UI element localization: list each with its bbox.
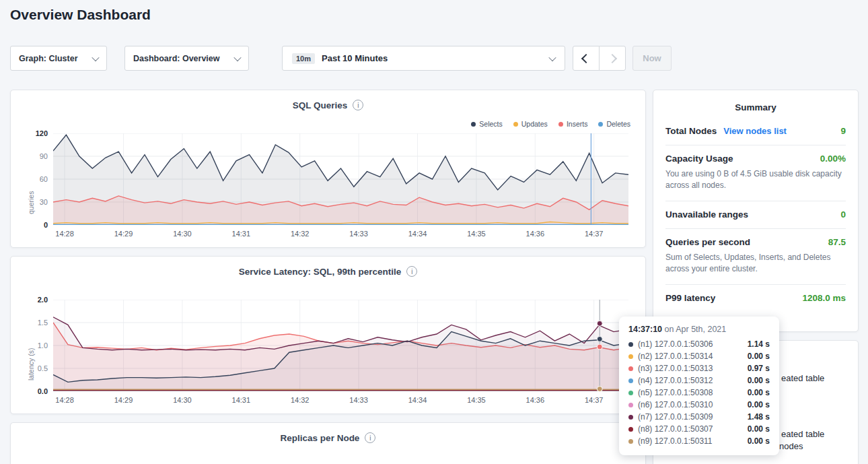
x-tick-label: 14:30 — [173, 396, 192, 404]
stat-label: Unavailable ranges — [665, 209, 748, 220]
time-range-label: Past 10 Minutes — [322, 53, 388, 63]
tooltip-node-value: 0.97 s — [748, 364, 770, 373]
y-tick-label: 90 — [40, 152, 48, 161]
time-prev-button[interactable] — [573, 46, 600, 71]
x-tick-label: 14:32 — [291, 230, 310, 238]
chart-title-row: Service Latency: SQL, 99th percentile — [11, 266, 645, 277]
chevron-down-icon — [233, 53, 241, 61]
stat-p99-latency: P99 latency 1208.0 ms — [665, 284, 846, 312]
stat-label: Total Nodes — [665, 126, 717, 136]
stat-value: 0.00% — [820, 154, 846, 164]
x-tick-label: 14:29 — [114, 396, 133, 404]
y-tick-label: 120 — [36, 129, 48, 138]
x-tick-label: 14:33 — [349, 396, 368, 404]
stat-value: 0 — [840, 209, 846, 220]
time-next-button[interactable] — [599, 46, 626, 71]
now-button[interactable]: Now — [632, 46, 672, 71]
x-tick-label: 14:36 — [526, 230, 545, 238]
legend-dot-icon — [558, 122, 563, 127]
tooltip-row: (n3) 127.0.0.1:503130.97 s — [628, 362, 770, 374]
x-axis-labels: 14:2814:2914:3014:3114:3214:3314:3414:35… — [53, 230, 628, 240]
page-title: Overview Dashboard — [10, 7, 151, 23]
info-icon[interactable] — [365, 432, 375, 443]
tooltip-node-value: 0.00 s — [748, 436, 770, 446]
y-tick-label: 0 — [44, 220, 48, 230]
stat-label: P99 latency — [665, 293, 715, 303]
stat-value: 1208.0 ms — [802, 293, 846, 303]
time-range-selector[interactable]: 10m Past 10 Minutes — [282, 46, 565, 71]
tooltip-date: on Apr 5th, 2021 — [665, 325, 727, 334]
event-item-text: eated table — [781, 373, 824, 383]
time-range-badge: 10m — [292, 53, 315, 64]
legend-label: Inserts — [567, 120, 588, 128]
tooltip-row: (n2) 127.0.0.1:503140.00 s — [628, 350, 770, 362]
x-tick-label: 14:31 — [232, 230, 251, 238]
dashboard-dropdown[interactable]: Dashboard: Overview — [124, 46, 249, 71]
x-tick-label: 14:28 — [55, 230, 74, 238]
info-icon[interactable] — [353, 100, 363, 110]
x-axis-labels: 14:2814:2914:3014:3114:3214:3314:3414:35… — [53, 396, 628, 407]
legend-item[interactable]: Inserts — [558, 120, 588, 128]
service-latency-plot[interactable] — [53, 300, 628, 391]
tooltip-node-label: (n9) 127.0.0.1:50311 — [638, 436, 713, 446]
replicas-per-node-panel: Replicas per Node — [10, 422, 646, 464]
graph-dropdown-label: Graph: Cluster — [19, 54, 78, 63]
tooltip-node-value: 0.00 s — [748, 376, 770, 385]
chart-legend: SelectsUpdatesInsertsDeletes — [471, 120, 630, 128]
view-nodes-list-link[interactable]: View nodes list — [723, 126, 787, 136]
legend-item[interactable]: Updates — [513, 120, 548, 128]
tooltip-node-label: (n4) 127.0.0.1:50312 — [638, 376, 713, 385]
sql-queries-plot[interactable] — [53, 133, 628, 225]
legend-dot-icon — [598, 122, 603, 127]
stat-queries-per-second: Queries per second 87.5 Sum of Selects, … — [665, 228, 846, 284]
event-item-text: nodes — [779, 441, 803, 451]
series-dot-icon — [628, 427, 633, 432]
stat-capacity-usage: Capacity Usage 0.00% You are using 0 B o… — [665, 145, 846, 201]
x-tick-label: 14:33 — [349, 230, 368, 238]
chevron-left-icon — [581, 53, 591, 63]
tooltip-node-value: 1.14 s — [748, 339, 770, 349]
legend-item[interactable]: Deletes — [598, 120, 630, 128]
summary-title: Summary — [665, 102, 846, 112]
y-tick-label: 1.5 — [38, 318, 48, 327]
tooltip-row: (n4) 127.0.0.1:503120.00 s — [628, 374, 770, 387]
tooltip-node-label: (n1) 127.0.0.1:50306 — [638, 339, 713, 349]
x-tick-label: 14:37 — [585, 230, 604, 238]
tooltip-node-value: 0.00 s — [748, 388, 770, 397]
y-tick-label: 0.5 — [38, 364, 48, 373]
sql-queries-panel: SQL Queries SelectsUpdatesInsertsDeletes… — [10, 90, 646, 248]
stat-label: Queries per second — [665, 237, 750, 247]
legend-dot-icon — [471, 122, 476, 127]
x-tick-label: 14:30 — [173, 230, 192, 238]
tooltip-node-label: (n8) 127.0.0.1:50307 — [638, 424, 713, 434]
service-latency-panel: Service Latency: SQL, 99th percentile la… — [10, 256, 646, 414]
x-tick-label: 14:37 — [585, 396, 604, 404]
y-tick-label: 2.0 — [38, 295, 48, 304]
tooltip-row: (n8) 127.0.0.1:503070.00 s — [628, 423, 770, 435]
x-tick-label: 14:34 — [408, 396, 427, 404]
legend-item[interactable]: Selects — [471, 120, 502, 128]
stat-value: 87.5 — [828, 237, 846, 247]
stat-description: You are using 0 B of 4.5 GiB usable disk… — [665, 168, 846, 192]
plot-area: latency (s) 0.00.51.01.52.0 14:2814:2914… — [11, 300, 645, 410]
chart-title: SQL Queries — [293, 100, 348, 110]
legend-label: Selects — [479, 120, 502, 128]
info-icon[interactable] — [406, 266, 417, 277]
overview-dashboard-page: Overview Dashboard Graph: Cluster Dashbo… — [0, 0, 868, 464]
stat-total-nodes: Total Nodes View nodes list 9 — [665, 118, 846, 145]
x-tick-label: 14:36 — [526, 396, 545, 404]
x-tick-label: 14:28 — [55, 396, 74, 404]
tooltip-row: (n1) 127.0.0.1:503061.14 s — [628, 338, 770, 350]
tooltip-node-label: (n5) 127.0.0.1:50308 — [638, 388, 713, 397]
tooltip-row: (n9) 127.0.0.1:503110.00 s — [628, 435, 770, 447]
x-tick-label: 14:35 — [467, 396, 486, 404]
graph-dropdown[interactable]: Graph: Cluster — [10, 46, 107, 71]
y-tick-label: 30 — [40, 197, 48, 207]
y-axis-labels: 0.00.51.01.52.0 — [11, 300, 48, 391]
chart-hover-tooltip: 14:37:10 on Apr 5th, 2021 (n1) 127.0.0.1… — [619, 317, 779, 455]
y-tick-label: 0.0 — [38, 387, 48, 396]
tooltip-node-value: 0.00 s — [748, 424, 770, 434]
chevron-down-icon — [92, 53, 99, 61]
y-axis-labels: 0306090120 — [11, 133, 48, 225]
stat-value: 9 — [840, 126, 846, 136]
